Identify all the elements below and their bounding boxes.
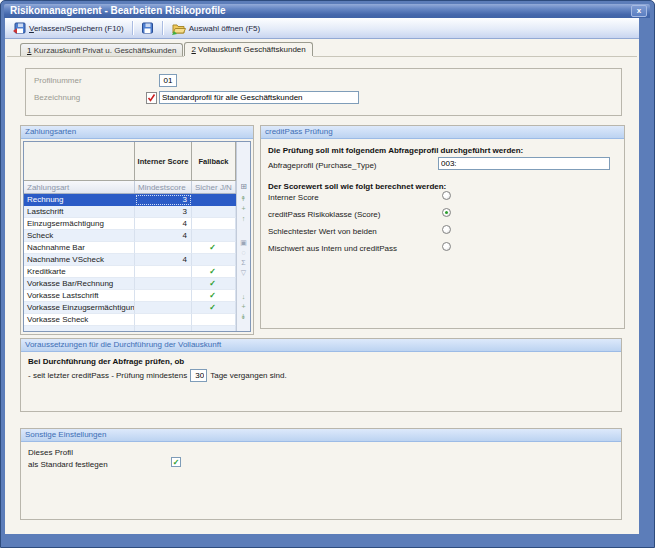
dialog-content: 1 Kurzauskunft Privat u. Geschäftskunden… [5, 39, 639, 534]
toolbar: Verlassen/Speichern (F10) Auswahl [5, 18, 639, 39]
delete-row-icon[interactable]: + [241, 302, 245, 312]
table-row[interactable]: Nachnahme Bar✓ [24, 242, 236, 254]
open-selection-label: Auswahl öffnen (F5) [189, 24, 260, 33]
last-row-icon[interactable]: ↡ [241, 312, 247, 322]
conditions-heading: Bei Durchführung der Abfrage prüfen, ob [28, 357, 184, 366]
title-bar: Risikomanagement - Bearbeiten Risikoprof… [4, 4, 650, 18]
column-header-zahlungsart[interactable]: Zahlungsart [24, 181, 135, 193]
creditpass-section-header: creditPass Prüfung [261, 126, 624, 139]
profile-number-input[interactable] [159, 74, 177, 87]
payment-type-cell: Nachnahme VScheck [24, 254, 135, 266]
payment-type-cell: Einzugsermächtigung [24, 218, 135, 230]
column-header-sicher[interactable]: Sicher J/N [192, 181, 236, 193]
insert-row-icon[interactable]: + [241, 204, 245, 214]
default-profile-label-line1: Dieses Profil [28, 448, 73, 457]
payment-section-header: Zahlungsarten [21, 126, 253, 139]
fallback-check-cell [192, 194, 236, 206]
detail-view-icon[interactable]: ▣ [240, 238, 247, 248]
fallback-check-cell [192, 230, 236, 242]
toolbar-separator [132, 21, 133, 35]
payment-type-cell: Kreditkarte [24, 266, 135, 278]
score-option-label: Schlechtester Wert von beiden [268, 227, 377, 236]
conditions-section-header: Voraussetzungen für die Durchführung der… [21, 339, 621, 352]
payment-type-cell: Lastschrift [24, 206, 135, 218]
tab-kurzauskunft[interactable]: 1 Kurzauskunft Privat u. Geschäftskunden [20, 43, 183, 56]
fallback-check-cell [192, 314, 236, 326]
grid-group-header-fallback: Fallback [192, 142, 236, 180]
close-icon: x [637, 6, 641, 15]
tab-vollauskunft[interactable]: 2 Vollauskunft Geschäftskunden [184, 42, 312, 56]
score-option-radio[interactable] [442, 242, 451, 251]
fallback-check-cell: ✓ [192, 278, 236, 290]
table-row[interactable]: Vorkasse Einzugsermächtigung✓ [24, 302, 236, 314]
fallback-check-cell [192, 206, 236, 218]
filter-icon[interactable]: ▽ [241, 268, 246, 278]
score-option-radio[interactable] [442, 208, 451, 217]
table-row[interactable]: Einzugsermächtigung4 [24, 218, 236, 230]
table-row[interactable]: Scheck4 [24, 230, 236, 242]
fallback-check-cell: ✓ [192, 302, 236, 314]
conditions-prefix: - seit letzter creditPass - Prüfung mind… [28, 371, 187, 380]
payment-type-cell: Scheck [24, 230, 135, 242]
table-row[interactable] [24, 326, 236, 332]
grid-group-header: Interner Score Fallback [24, 142, 236, 181]
score-option-label: Mischwert aus Intern und creditPass [268, 244, 397, 253]
min-score-cell: 4 [135, 254, 192, 266]
conditions-section: Voraussetzungen für die Durchführung der… [20, 338, 622, 412]
table-row[interactable]: Lastschrift3 [24, 206, 236, 218]
score-option-radio[interactable] [442, 225, 451, 234]
first-row-icon[interactable]: ↟ [241, 194, 247, 204]
profile-number-label: Profilnummer [34, 76, 82, 85]
payment-type-cell: Nachnahme Bar [24, 242, 135, 254]
tab-strip: 1 Kurzauskunft Privat u. Geschäftskunden… [20, 42, 314, 56]
table-row[interactable]: Vorkasse Bar/Rechnung✓ [24, 278, 236, 290]
fallback-check-cell [192, 326, 236, 332]
table-row[interactable]: Nachnahme VScheck4 [24, 254, 236, 266]
query-profile-input[interactable] [438, 157, 610, 170]
default-profile-checkbox[interactable]: ✓ [171, 457, 181, 467]
min-score-cell: 3 [135, 206, 192, 218]
next-row-icon[interactable]: ↓ [242, 292, 246, 302]
min-score-cell [135, 314, 192, 326]
profile-name-label: Bezeichnung [34, 93, 80, 102]
sum-icon[interactable]: Σ [241, 258, 245, 268]
save-button[interactable] [136, 20, 159, 37]
prev-row-icon[interactable]: ↑ [242, 214, 246, 224]
query-heading: Die Prüfung soll mit folgendem Abfragepr… [268, 146, 523, 155]
payment-type-cell: Rechnung [24, 194, 135, 206]
conditions-suffix: Tage vergangen sind. [210, 371, 287, 380]
payment-types-section: Zahlungsarten Interner Score Fallback Za… [20, 125, 254, 335]
column-picker-icon[interactable]: ⊞ [240, 181, 247, 194]
payment-type-cell: Vorkasse Scheck [24, 314, 135, 326]
query-profile-label: Abfrageprofil (Purchase_Type) [268, 161, 377, 170]
payment-grid: Interner Score Fallback Zahlungsart Mind… [23, 141, 251, 332]
column-header-mindestscore[interactable]: Mindestscore [135, 181, 192, 193]
grid-nav-strip: ⊞ ↟+↑▣◌Σ▽↓+↡ [236, 142, 250, 331]
fallback-check-cell: ✓ [192, 242, 236, 254]
search-icon[interactable]: ◌ [241, 248, 245, 258]
misc-section: Sonstige Einstellungen Dieses Profil als… [20, 428, 622, 520]
table-row[interactable]: Vorkasse Lastschrift✓ [24, 290, 236, 302]
misc-section-header: Sonstige Einstellungen [21, 429, 621, 442]
payment-type-cell: Vorkasse Einzugsermächtigung [24, 302, 135, 314]
payment-type-cell [24, 326, 135, 332]
close-button[interactable]: x [631, 5, 647, 17]
check-icon[interactable] [146, 91, 157, 104]
min-score-cell [135, 278, 192, 290]
score-option-radio[interactable] [442, 191, 451, 200]
min-score-cell: 3 [135, 194, 192, 206]
min-score-cell [135, 266, 192, 278]
profile-name-input[interactable] [159, 91, 359, 104]
min-score-cell: 4 [135, 230, 192, 242]
save-exit-button[interactable]: Verlassen/Speichern (F10) [8, 20, 129, 37]
table-row[interactable]: Vorkasse Scheck [24, 314, 236, 326]
table-row[interactable]: Rechnung3 [24, 194, 236, 206]
score-option-label: creditPass Risikoklasse (Score) [268, 210, 380, 219]
days-input[interactable] [190, 369, 207, 382]
toolbar-separator [162, 21, 163, 35]
grid-column-header: Zahlungsart Mindestscore Sicher J/N [24, 181, 236, 194]
save-exit-label: Verlassen/Speichern (F10) [29, 24, 124, 33]
open-selection-button[interactable]: Auswahl öffnen (F5) [166, 20, 265, 37]
creditpass-section: creditPass Prüfung Die Prüfung soll mit … [260, 125, 625, 329]
table-row[interactable]: Kreditkarte✓ [24, 266, 236, 278]
